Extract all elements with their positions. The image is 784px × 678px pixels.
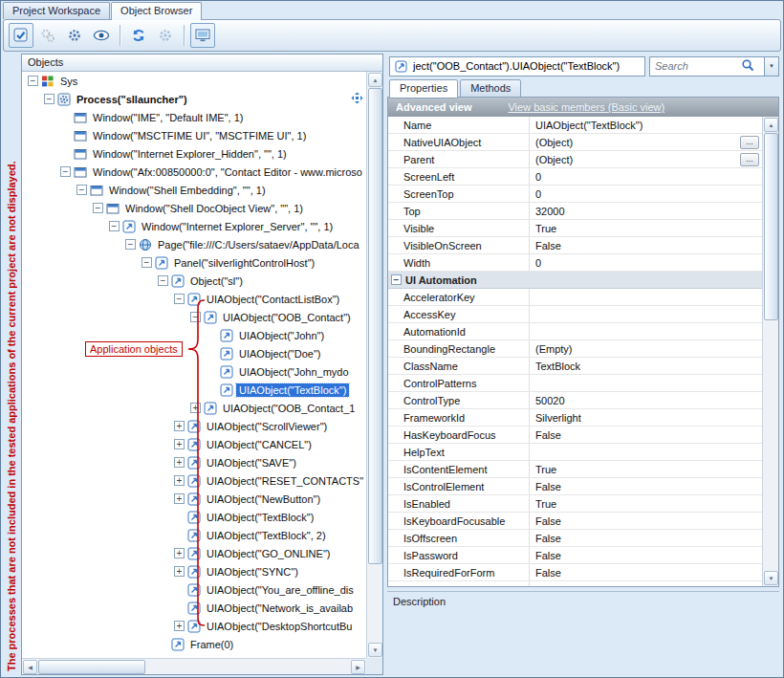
property-row[interactable]: IsKeyboardFocusableFalse (388, 513, 762, 530)
property-row[interactable]: BoundingRectangle(Empty) (388, 340, 762, 358)
property-row[interactable]: ClassNameTextBlock (388, 358, 762, 375)
scroll-left-icon[interactable]: ◀ (23, 660, 37, 674)
process-options-button[interactable] (62, 23, 87, 48)
tab-properties[interactable]: Properties (389, 79, 458, 98)
highlight-object-button[interactable] (9, 23, 33, 48)
tree-node[interactable]: −UIAObject("ContactListBox") (22, 290, 366, 308)
tree-node[interactable]: +UIAObject("GO_ONLINE") (22, 544, 366, 562)
tree-node[interactable]: UIAObject("John") (22, 326, 366, 344)
tab-object-browser[interactable]: Object Browser (111, 2, 202, 20)
tree-node[interactable]: −UIAObject("OOB_Contact") (22, 308, 366, 326)
property-row[interactable]: NameUIAObject("TextBlock") (388, 117, 762, 134)
collapse-toggle[interactable]: − (76, 185, 87, 195)
search-dropdown-button[interactable]: ▼ (764, 56, 779, 77)
scroll-down-icon[interactable]: ▼ (368, 643, 382, 657)
scroll-right-icon[interactable]: ▶ (351, 660, 365, 674)
tree-node[interactable]: UIAObject("TextBlock") (22, 381, 366, 399)
property-row[interactable]: VisibleOnScreenFalse (388, 237, 762, 254)
property-row[interactable]: ControlPatterns (388, 375, 762, 392)
tree-node[interactable]: −Window("Afx:00850000:0", "Contact Edito… (22, 163, 366, 181)
tree-node[interactable]: −Process("sllauncher") (22, 90, 366, 108)
property-row[interactable]: HasKeyboardFocusFalse (388, 426, 762, 444)
tree-node[interactable]: +UIAObject("DesktopShortcutBu (22, 617, 366, 635)
tree-node[interactable]: −Panel("silverlightControlHost") (22, 253, 366, 272)
collapse-toggle[interactable]: − (174, 294, 185, 304)
collapse-toggle[interactable]: − (28, 76, 38, 86)
search-input[interactable] (655, 60, 741, 72)
property-row[interactable]: VisibleTrue (388, 220, 762, 237)
property-row[interactable]: FrameworkIdSilverlight (388, 409, 762, 426)
tree-vertical-scrollbar[interactable]: ▲ ▼ (366, 72, 382, 658)
basic-view-link[interactable]: View basic members (Basic view) (508, 101, 664, 113)
tree-node[interactable]: −Page("file:///C:/Users/sataev/AppData/L… (22, 235, 366, 253)
tree-node[interactable]: Frame(0) (22, 635, 366, 653)
expand-toggle[interactable]: + (174, 439, 185, 449)
tab-project-workspace[interactable]: Project Workspace (3, 2, 110, 19)
ellipsis-button[interactable]: ... (740, 136, 759, 149)
property-row[interactable]: IsContentElementTrue (388, 461, 762, 478)
property-row[interactable]: IsRequiredForFormFalse (388, 564, 762, 581)
tree-node[interactable]: UIAObject("Network_is_availab (22, 599, 366, 617)
expand-toggle[interactable]: + (174, 421, 185, 431)
tree-horizontal-scrollbar[interactable]: ◀ ▶ (22, 658, 366, 674)
tree-node[interactable]: UIAObject("TextBlock") (22, 508, 366, 526)
search-icon[interactable] (741, 58, 754, 74)
property-row[interactable]: AutomationId (388, 323, 762, 340)
property-row[interactable]: Parent(Object)... (388, 151, 762, 168)
tree-node[interactable]: Window("Internet Explorer_Hidden", "", 1… (22, 144, 366, 163)
tree-node[interactable]: −Sys (22, 72, 366, 90)
tree-node[interactable]: −Window("Shell Embedding", "", 1) (22, 181, 366, 199)
grid-vertical-scrollbar[interactable]: ▲ ▼ (762, 117, 778, 586)
tree-node[interactable]: +UIAObject("ScrollViewer") (22, 417, 366, 435)
collapse-toggle[interactable]: − (158, 275, 168, 286)
property-row[interactable]: ScreenTop0 (388, 186, 762, 203)
collapse-toggle[interactable]: − (109, 221, 120, 231)
tree-hscroll-thumb[interactable] (38, 660, 145, 674)
scroll-down-icon[interactable]: ▼ (764, 571, 778, 585)
scroll-up-icon[interactable]: ▲ (368, 73, 382, 87)
property-row[interactable]: IsPasswordFalse (388, 547, 762, 564)
show-panels-button[interactable] (190, 23, 215, 48)
expand-toggle[interactable]: + (174, 457, 185, 468)
property-row[interactable]: NativeUIAObject(Object)... (388, 134, 762, 151)
property-row[interactable]: ItemStatus (388, 581, 762, 586)
tree-node[interactable]: Window("MSCTFIME UI", "MSCTFIME UI", 1) (22, 126, 366, 144)
expand-toggle[interactable]: + (174, 475, 185, 486)
tree-node[interactable]: Window("IME", "Default IME", 1) (22, 108, 366, 126)
property-section-row[interactable]: −UI Automation (388, 272, 762, 289)
view-object-button[interactable] (89, 23, 114, 48)
tree-node[interactable]: +UIAObject("CANCEL") (22, 435, 366, 453)
collapse-toggle[interactable]: − (391, 274, 402, 285)
tree-node[interactable]: −Window("Internet Explorer_Server", "", … (22, 217, 366, 235)
collapse-toggle[interactable]: − (93, 203, 103, 213)
property-row[interactable]: HelpText (388, 444, 762, 461)
tree-node[interactable]: UIAObject("John_mydo (22, 362, 366, 381)
collapse-toggle[interactable]: − (190, 312, 201, 322)
tree-node[interactable]: −Object("sl") (22, 272, 366, 290)
property-row[interactable]: AccessKey (388, 306, 762, 323)
expand-toggle[interactable]: + (174, 548, 185, 558)
tree-node[interactable]: +UIAObject("RESET_CONTACTS" (22, 471, 366, 490)
collapse-toggle[interactable]: − (125, 239, 136, 250)
refresh-all-button[interactable] (126, 23, 151, 48)
scroll-up-icon[interactable]: ▲ (764, 118, 778, 132)
expand-toggle[interactable]: + (190, 403, 201, 413)
tree-node[interactable]: UIAObject("You_are_offline_dis (22, 580, 366, 599)
property-row[interactable]: ControlType50020 (388, 392, 762, 409)
property-row[interactable]: IsEnabledTrue (388, 495, 762, 513)
collapse-toggle[interactable]: − (60, 166, 71, 177)
tree-node[interactable]: +UIAObject("OOB_Contact_1 (22, 399, 366, 417)
object-path-field[interactable]: ject("OOB_Contact").UIAObject("TextBlock… (389, 56, 645, 77)
property-row[interactable]: AcceleratorKey (388, 289, 762, 306)
tab-methods[interactable]: Methods (460, 79, 521, 98)
property-row[interactable]: Width0 (388, 254, 762, 272)
browser-settings-button[interactable] (153, 23, 178, 48)
property-row[interactable]: ScreenLeft0 (388, 168, 762, 186)
property-row[interactable]: IsOffscreenFalse (388, 530, 762, 547)
grid-vscroll-thumb[interactable] (764, 133, 778, 320)
tree-node[interactable]: +UIAObject("SAVE") (22, 453, 366, 471)
expand-toggle[interactable]: + (174, 493, 185, 504)
collapse-toggle[interactable]: − (142, 257, 152, 268)
tree-node[interactable]: −Window("Shell DocObject View", "", 1) (22, 199, 366, 217)
tree-vscroll-thumb[interactable] (368, 88, 382, 564)
